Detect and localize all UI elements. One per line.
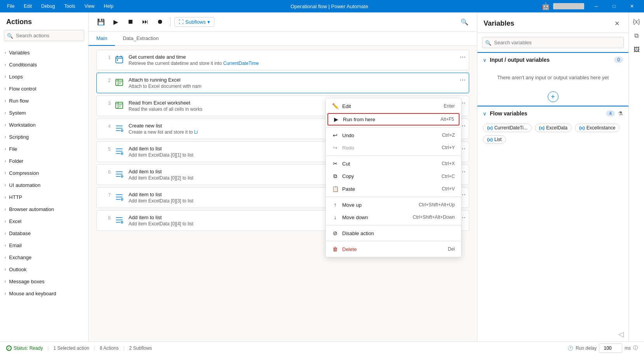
action-group-mouse-and-keyboard[interactable]: ›Mouse and keyboard bbox=[0, 288, 88, 300]
flow-item-content: Get current date and time Retrieve the c… bbox=[129, 54, 464, 66]
menu-file[interactable]: File bbox=[3, 2, 18, 10]
action-group-file[interactable]: ›File bbox=[0, 143, 88, 155]
maximize-button[interactable]: □ bbox=[605, 0, 623, 12]
action-group-browser-automation[interactable]: ›Browser automation bbox=[0, 203, 88, 215]
action-group-message-boxes[interactable]: ›Message boxes bbox=[0, 276, 88, 288]
save-button[interactable]: 💾 bbox=[95, 16, 107, 28]
action-group-workstation[interactable]: ›Workstation bbox=[0, 119, 88, 131]
action-group-run-flow[interactable]: ›Run flow bbox=[0, 95, 88, 107]
actions-panel: Actions 🔍 ›Variables›Conditionals›Loops›… bbox=[0, 12, 89, 342]
action-group-folder[interactable]: ›Folder bbox=[0, 155, 88, 167]
flow-variables-header[interactable]: ∨ Flow variables 4 ⚗ bbox=[477, 106, 628, 120]
info-icon[interactable]: ⓘ bbox=[633, 345, 638, 351]
ctx-item-edit[interactable]: ✏️EditEnter bbox=[326, 100, 461, 112]
menu-help[interactable]: Help bbox=[100, 2, 117, 10]
menu-edit[interactable]: Edit bbox=[20, 2, 36, 10]
variables-panel-header: Variables ✕ bbox=[477, 12, 628, 33]
io-variables-header[interactable]: ∨ Input / output variables 0 bbox=[477, 52, 628, 67]
close-button[interactable]: ✕ bbox=[623, 0, 641, 12]
ctx-divider bbox=[326, 197, 461, 197]
status-dot bbox=[6, 345, 12, 351]
action-group-exchange[interactable]: ›Exchange bbox=[0, 251, 88, 263]
back-arrow-icon[interactable]: ◁ bbox=[618, 330, 624, 338]
chevron-icon: › bbox=[5, 87, 6, 91]
variables-panel-close[interactable]: ✕ bbox=[611, 18, 622, 29]
ctx-item-move_up[interactable]: ↑Move upCtrl+Shift+Alt+Up bbox=[326, 199, 461, 211]
action-group-flow-control[interactable]: ›Flow control bbox=[0, 83, 88, 95]
run-delay-unit: ms bbox=[625, 345, 631, 351]
search-actions-input[interactable] bbox=[4, 30, 84, 41]
ctx-divider bbox=[326, 127, 461, 127]
ctx-item-undo[interactable]: ↩UndoCtrl+Z bbox=[326, 129, 461, 141]
subflows-button[interactable]: ⛶ Subflows ▾ bbox=[174, 17, 214, 27]
var-chip[interactable]: {x}List bbox=[483, 135, 506, 144]
ctx-shortcut-move_up: Ctrl+Shift+Alt+Up bbox=[419, 202, 455, 208]
menu-view[interactable]: View bbox=[80, 2, 98, 10]
right-sidebar: {x} ⧉ 🖼 bbox=[628, 12, 644, 342]
search-icon: 🔍 bbox=[7, 33, 13, 38]
flow-item[interactable]: 2 Attach to running Excel Attach to Exce… bbox=[96, 73, 469, 93]
flow-item-icon bbox=[114, 77, 125, 88]
layers-icon[interactable]: ⧉ bbox=[630, 30, 643, 42]
action-group-excel[interactable]: ›Excel bbox=[0, 215, 88, 227]
flow-item-icon bbox=[114, 100, 125, 111]
chevron-icon: › bbox=[5, 111, 6, 115]
image-icon[interactable]: 🖼 bbox=[630, 44, 643, 56]
tab-data-extraction[interactable]: Data_Extraction bbox=[115, 31, 167, 46]
action-group-email[interactable]: ›Email bbox=[0, 239, 88, 251]
record-button[interactable]: ⏺ bbox=[154, 16, 166, 28]
disable-icon: ⊘ bbox=[332, 230, 338, 236]
search-variables-input[interactable] bbox=[482, 37, 624, 48]
ctx-label-delete: Delete bbox=[342, 246, 357, 252]
add-io-variable-button[interactable]: + bbox=[548, 91, 559, 102]
menu-tools[interactable]: Tools bbox=[60, 2, 79, 10]
flow-item-title: Attach to running Excel bbox=[129, 77, 464, 83]
ctx-item-delete[interactable]: 🗑DeleteDel bbox=[326, 243, 461, 255]
filter-icon[interactable]: ⚗ bbox=[618, 110, 623, 117]
ctx-shortcut-undo: Ctrl+Z bbox=[442, 133, 455, 138]
ctx-item-disable[interactable]: ⊘Disable action bbox=[326, 227, 461, 239]
tab-main[interactable]: Main bbox=[89, 31, 115, 46]
flow-item-desc: Attach to Excel document with nam bbox=[129, 84, 464, 89]
ctx-label-redo: Redo bbox=[342, 145, 354, 151]
flow-item-number: 2 bbox=[101, 77, 111, 83]
action-group-variables[interactable]: ›Variables bbox=[0, 47, 88, 59]
next-step-button[interactable]: ⏭ bbox=[139, 16, 151, 28]
action-group-loops[interactable]: ›Loops bbox=[0, 71, 88, 83]
ctx-item-move_down[interactable]: ↓Move downCtrl+Shift+Alt+Down bbox=[326, 211, 461, 223]
action-group-ui-automation[interactable]: ›UI automation bbox=[0, 179, 88, 191]
run-delay-input[interactable] bbox=[599, 344, 622, 353]
action-group-system[interactable]: ›System bbox=[0, 107, 88, 119]
flow-toolbar: 💾 ▶ ⏹ ⏭ ⏺ ⛶ Subflows ▾ 🔍 bbox=[89, 12, 477, 31]
flow-item-number: 8 bbox=[101, 214, 111, 221]
var-chip[interactable]: {x}ExcelData bbox=[535, 124, 572, 132]
ctx-item-paste[interactable]: 📋PasteCtrl+V bbox=[326, 183, 461, 195]
action-group-outlook[interactable]: ›Outlook bbox=[0, 263, 88, 276]
var-chip-name: ExcelInstance bbox=[587, 125, 616, 131]
action-group-database[interactable]: ›Database bbox=[0, 227, 88, 239]
ctx-item-copy[interactable]: ⧉CopyCtrl+C bbox=[326, 170, 461, 183]
run-button[interactable]: ▶ bbox=[110, 16, 122, 28]
ctx-item-run_from_here[interactable]: ▶Run from hereAlt+F5 bbox=[327, 113, 460, 126]
flow-item-icon bbox=[114, 192, 125, 202]
action-group-scripting[interactable]: ›Scripting bbox=[0, 131, 88, 143]
flow-item-more-button[interactable]: ⋯ bbox=[460, 76, 466, 84]
flow-item-more-button[interactable]: ⋯ bbox=[460, 53, 466, 61]
flow-item-number: 4 bbox=[101, 123, 111, 129]
search-flow-button[interactable]: 🔍 bbox=[458, 16, 471, 28]
stop-button[interactable]: ⏹ bbox=[124, 16, 137, 28]
titlebar-menu[interactable]: File Edit Debug Tools View Help bbox=[3, 2, 117, 10]
var-chip[interactable]: {x}ExcelInstance bbox=[575, 124, 620, 132]
ctx-item-cut[interactable]: ✂CutCtrl+X bbox=[326, 157, 461, 170]
action-group-http[interactable]: ›HTTP bbox=[0, 191, 88, 203]
variables-panel-toggle[interactable]: {x} bbox=[630, 16, 643, 28]
flow-item[interactable]: 1 Get current date and time Retrieve the… bbox=[96, 50, 469, 70]
action-group-compression[interactable]: ›Compression bbox=[0, 167, 88, 179]
menu-debug[interactable]: Debug bbox=[37, 2, 59, 10]
minimize-button[interactable]: ─ bbox=[587, 0, 605, 12]
ctx-shortcut-paste: Ctrl+V bbox=[442, 186, 455, 192]
var-chip[interactable]: {x}CurrentDateTi... bbox=[483, 124, 532, 132]
window-controls[interactable]: ─ □ ✕ bbox=[587, 0, 641, 12]
chevron-down-icon: ▾ bbox=[207, 19, 210, 25]
action-group-conditionals[interactable]: ›Conditionals bbox=[0, 59, 88, 71]
